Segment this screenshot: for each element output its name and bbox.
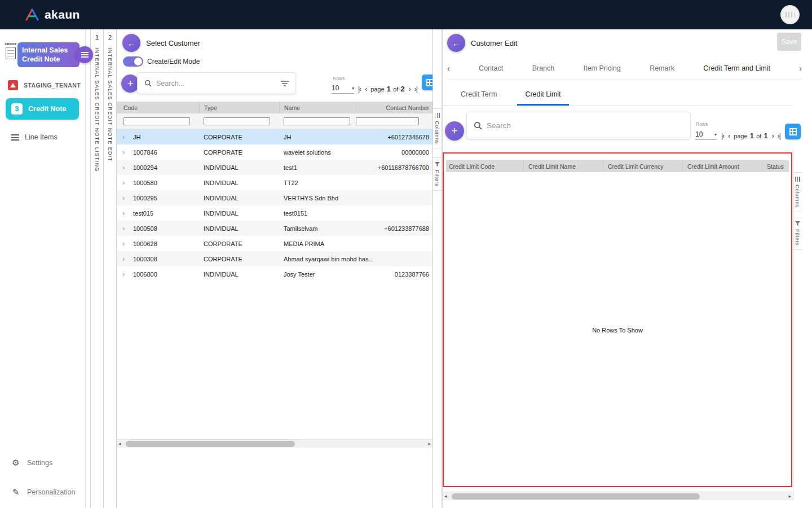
subtab-credit-limit[interactable]: Credit Limit xyxy=(517,90,568,106)
page-indicator: page 1 of 1 xyxy=(734,132,768,140)
column-header-credit-limit-currency[interactable]: Credit Limit Currency xyxy=(603,160,682,172)
sidebar-item-credit-note[interactable]: $ Credit Note xyxy=(6,98,79,120)
table-row[interactable]: ›1000628 CORPORATE MEDIA PRIMA xyxy=(117,236,433,251)
cell-name: TT22 xyxy=(279,175,356,190)
save-button[interactable]: Save xyxy=(777,33,801,51)
vertical-tab-listing[interactable]: 1 INTERNAL SALES CREDIT NOTE LISTING xyxy=(90,29,103,508)
scrollbar-thumb[interactable] xyxy=(452,493,700,500)
row-expand-icon[interactable]: › xyxy=(122,209,128,217)
table-row[interactable]: ›test015 INDIVIDUAL test0151 xyxy=(117,205,433,221)
filter-input-contact[interactable] xyxy=(356,117,419,125)
table-row[interactable]: ›1007846 CORPORATE wavelet solutions 000… xyxy=(117,144,433,160)
scrollbar-thumb[interactable] xyxy=(126,441,295,447)
tenant-label: STAGING_TENANT xyxy=(24,82,81,89)
next-page-button[interactable]: › xyxy=(409,85,411,93)
row-expand-icon[interactable]: › xyxy=(122,178,128,187)
tab-remark[interactable]: Remark xyxy=(650,64,674,72)
sidebar-item-settings[interactable]: ⚙ Settings xyxy=(0,455,86,471)
table-row[interactable]: ›1006800 INDIVIDUAL Josy Tester 01233877… xyxy=(117,266,433,282)
row-expand-icon[interactable]: › xyxy=(122,255,128,263)
column-header-credit-limit-code[interactable]: Credit Limit Code xyxy=(446,160,523,172)
sidebar-module[interactable]: CREDIT Internal Sales Credit Note xyxy=(0,41,86,68)
scroll-right-icon[interactable]: ▸ xyxy=(428,441,431,446)
module-pill[interactable]: Internal Sales Credit Note xyxy=(17,42,80,67)
column-header-credit-limit-name[interactable]: Credit Limit Name xyxy=(523,160,603,172)
tenant-row[interactable]: STAGING_TENANT xyxy=(0,78,86,93)
credit-limit-search-input[interactable] xyxy=(487,121,683,130)
search-filter-icon[interactable] xyxy=(281,80,289,87)
filter-funnel-icon xyxy=(435,162,440,167)
filter-input-code[interactable] xyxy=(123,117,190,125)
column-header-contact[interactable]: Contact Number xyxy=(356,102,433,113)
document-icon xyxy=(6,47,16,59)
rows-per-page-select[interactable]: 10 ▾ xyxy=(332,84,354,94)
table-row[interactable]: ›1000295 INDIVIDUAL VERTHYS Sdn Bhd xyxy=(117,190,433,205)
credit-note-icon: $ xyxy=(11,103,23,115)
scroll-left-icon[interactable]: ◂ xyxy=(444,493,447,499)
table-row[interactable]: ›1000308 CORPORATE Ahmad syarqawi bin mo… xyxy=(117,251,433,266)
horizontal-scrollbar[interactable]: ◂ ▸ xyxy=(443,492,793,500)
create-edit-mode-toggle[interactable] xyxy=(123,56,143,67)
add-credit-limit-button[interactable]: + xyxy=(445,121,464,141)
last-page-button[interactable]: ›| xyxy=(414,85,417,93)
vertical-tab-edit[interactable]: 2 INTERNAL SALES CREDIT NOTE EDIT xyxy=(103,29,117,508)
user-avatar[interactable] xyxy=(780,5,800,24)
filters-rail-button[interactable]: Filters xyxy=(793,217,802,250)
horizontal-scrollbar[interactable]: ◂ ▸ xyxy=(117,439,433,448)
row-expand-icon[interactable]: › xyxy=(122,194,128,202)
table-row[interactable]: ›1000508 INDIVIDUAL Tamilselvam +6012338… xyxy=(117,221,433,236)
first-page-button[interactable]: |‹ xyxy=(358,85,361,93)
table-row[interactable]: ›1000580 INDIVIDUAL TT22 xyxy=(117,175,433,190)
column-header-type[interactable]: Type xyxy=(199,102,279,113)
grid-view-button[interactable] xyxy=(785,124,801,139)
rows-per-page-select[interactable]: 10 ▾ xyxy=(695,130,717,140)
scroll-left-icon[interactable]: ◂ xyxy=(118,441,121,446)
next-page-button[interactable]: › xyxy=(772,132,774,140)
subtab-credit-term[interactable]: Credit Term xyxy=(453,90,505,106)
cell-name: test0151 xyxy=(279,205,356,221)
customer-search-input[interactable] xyxy=(156,80,276,87)
back-button[interactable]: ← xyxy=(447,34,465,52)
column-header-code[interactable]: Code xyxy=(117,102,199,113)
table-row[interactable]: ›1000294 INDIVIDUAL test1 +6011687876670… xyxy=(117,160,433,175)
search-icon xyxy=(474,121,482,130)
prev-page-button[interactable]: ‹ xyxy=(728,132,730,140)
cell-name: VERTHYS Sdn Bhd xyxy=(279,190,356,205)
back-button[interactable]: ← xyxy=(122,34,140,52)
row-expand-icon[interactable]: › xyxy=(122,148,128,156)
tabs-scroll-right-icon[interactable]: › xyxy=(799,64,802,73)
columns-rail-button[interactable]: Columns xyxy=(433,108,442,148)
rows-per-page-value: 10 xyxy=(332,84,339,92)
column-header-credit-limit-amount[interactable]: Credit Limit Amount xyxy=(682,160,762,172)
tab-item-pricing[interactable]: Item Pricing xyxy=(584,64,621,72)
prev-page-button[interactable]: ‹ xyxy=(365,85,367,93)
first-page-button[interactable]: |‹ xyxy=(721,132,724,140)
filters-rail-button[interactable]: Filters xyxy=(433,157,442,191)
tab-credit-term-and-limit[interactable]: Credit Term and Limit xyxy=(703,64,770,72)
filter-input-name[interactable] xyxy=(284,117,350,125)
tab-contact[interactable]: Contact xyxy=(479,64,503,72)
tabs-scroll-left-icon[interactable]: ‹ xyxy=(447,64,450,73)
row-expand-icon[interactable]: › xyxy=(122,270,128,278)
scroll-right-icon[interactable]: ▸ xyxy=(788,493,791,499)
chevron-down-icon: ▾ xyxy=(352,86,354,91)
last-page-button[interactable]: ›| xyxy=(778,132,780,140)
row-expand-icon[interactable]: › xyxy=(122,239,128,248)
back-arrow-icon: ← xyxy=(452,38,461,48)
page-indicator: page 1 of 2 xyxy=(370,85,405,93)
cell-name: MEDIA PRIMA xyxy=(279,236,356,251)
cell-type: CORPORATE xyxy=(199,129,279,144)
collapse-sidebar-button[interactable] xyxy=(76,46,93,63)
column-header-name[interactable]: Name xyxy=(279,102,356,113)
tab-branch[interactable]: Branch xyxy=(532,64,555,72)
row-expand-icon[interactable]: › xyxy=(122,133,128,141)
table-row[interactable]: ›JH CORPORATE JH +60127345678 xyxy=(117,129,433,144)
row-expand-icon[interactable]: › xyxy=(122,163,128,172)
column-header-status[interactable]: Status xyxy=(762,160,789,172)
sidebar-item-line-items[interactable]: Line Items xyxy=(6,126,79,148)
brand-logo: akaun xyxy=(25,8,80,21)
row-expand-icon[interactable]: › xyxy=(122,224,128,233)
columns-rail-button[interactable]: Columns xyxy=(793,172,802,212)
sidebar-item-personalization[interactable]: ✎ Personalization xyxy=(0,484,86,500)
filter-input-type[interactable] xyxy=(204,117,270,125)
